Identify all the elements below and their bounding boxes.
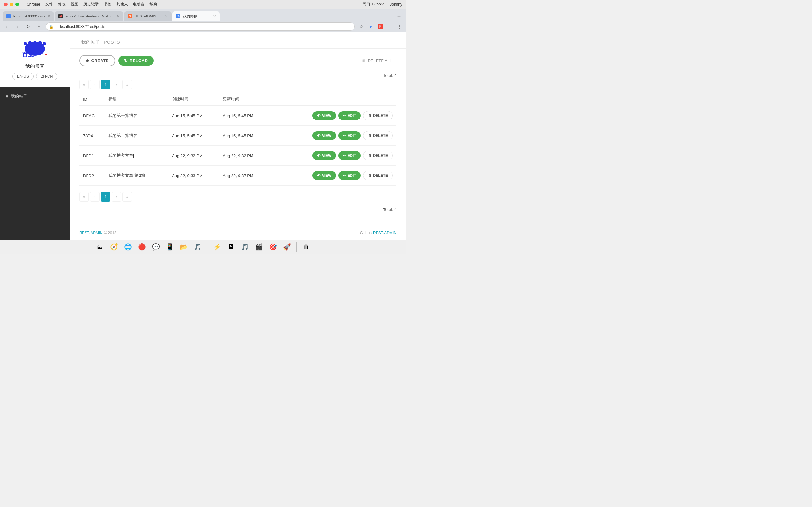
cell-id-0: DEAC [79,106,105,126]
reload-button-label: RELOAD [130,58,148,63]
table-row: 78D4 我的第二篇博客 Aug 15, 5:45 PM Aug 15, 5:4… [79,126,397,146]
edit-button-2[interactable]: ✏ EDIT [339,151,360,160]
edit-label-3: EDIT [347,173,356,178]
edit-label-2: EDIT [347,153,356,158]
view-button-1[interactable]: 👁 VIEW [312,131,336,140]
view-button-2[interactable]: 👁 VIEW [312,151,336,160]
tab-favicon-3: R [128,14,132,18]
mac-menu-window[interactable]: 电动窗 [133,2,144,7]
lang-en-us-button[interactable]: EN-US [12,72,34,80]
dock-trash[interactable]: 🗑 [300,241,312,252]
lang-zh-cn-button[interactable]: ZH-CN [36,72,57,80]
mac-menu-file[interactable]: 文件 [45,2,53,7]
page-prev-bottom[interactable]: ‹ [90,192,100,202]
footer-copyright: © 2018 [104,231,116,235]
maximize-traffic-light[interactable] [15,3,19,6]
col-header-actions [270,93,397,106]
reload-arrow-icon: ↻ [124,58,128,63]
delete-button-0[interactable]: 🗑 DELETE [363,111,393,120]
mac-menu-history[interactable]: 历史记录 [84,2,99,7]
tab-close-3[interactable]: × [165,14,168,19]
mac-menu-other[interactable]: 其他人 [116,2,128,7]
extension-1-icon[interactable]: ▼ [367,22,375,31]
view-button-3[interactable]: 👁 VIEW [312,171,336,180]
dock-safari[interactable]: 🧭 [108,241,119,252]
dock-terminal[interactable]: ⚡ [211,241,223,252]
delete-all-button[interactable]: 🗑 DELETE ALL [357,56,397,65]
home-button[interactable]: ⌂ [35,22,43,31]
edit-label-0: EDIT [347,113,356,118]
dock-app12[interactable]: 🎬 [253,241,264,252]
reload-button[interactable]: ↻ [24,22,32,31]
page-1-top[interactable]: 1 [101,80,110,89]
tab-close-2[interactable]: × [117,14,119,19]
tab-github[interactable]: 🐙 wxs77577/rest-admin: Restful... × [55,11,123,21]
extension-2-icon[interactable]: 🅿 [376,22,385,31]
page-title: 我的帖子 POSTS [79,39,397,45]
dock-music[interactable]: 🎵 [192,241,203,252]
view-label-0: VIEW [322,113,332,118]
svg-point-7 [45,54,47,55]
reload-button-main[interactable]: ↻ RELOAD [118,56,154,66]
cell-title-1: 我的第二篇博客 [105,126,168,146]
delete-button-1[interactable]: 🗑 DELETE [363,131,393,140]
edit-button-1[interactable]: ✏ EDIT [339,131,360,140]
edit-button-0[interactable]: ✏ EDIT [339,111,360,120]
dock-app4[interactable]: 🔴 [136,241,148,252]
close-traffic-light[interactable] [4,3,8,6]
minimize-traffic-light[interactable] [9,3,13,6]
page-next-top[interactable]: › [112,80,121,89]
page-first-bottom[interactable]: « [79,192,89,202]
page-prev-top[interactable]: ‹ [90,80,100,89]
forward-button[interactable]: › [13,22,21,31]
tab-close-1[interactable]: × [48,14,50,19]
page-first-top[interactable]: « [79,80,89,89]
back-button[interactable]: ‹ [3,22,11,31]
dock-messages[interactable]: 💬 [150,241,161,252]
chrome-menu-icon[interactable]: ⋮ [395,22,403,31]
dock-app10[interactable]: 🖥 [225,241,237,252]
dock-app6[interactable]: 📱 [164,241,175,252]
page-next-bottom[interactable]: › [112,192,121,202]
cell-created-3: Aug 22, 9:33 PM [168,166,219,186]
tab-favicon-1 [6,14,11,18]
create-button-label: CREATE [91,58,109,63]
mac-menu-help[interactable]: 帮助 [149,2,157,7]
sidebar-item-my-posts[interactable]: ≡ 我的帖子 [0,90,70,102]
delete-button-2[interactable]: 🗑 DELETE [363,151,393,160]
tab-favicon-2: 🐙 [58,14,63,18]
bookmark-icon[interactable]: ☆ [357,22,365,31]
footer-rest-admin-link[interactable]: REST-ADMIN [79,231,103,235]
edit-button-3[interactable]: ✏ EDIT [339,171,360,180]
cell-updated-2: Aug 22, 9:32 PM [219,146,270,166]
dock-finder[interactable]: 🗂 [94,241,106,252]
dock-files[interactable]: 📂 [178,241,189,252]
extension-3-icon[interactable]: ↓ [386,22,394,31]
footer-github-link[interactable]: REST-ADMIN [373,231,397,235]
page-last-top[interactable]: » [122,80,132,89]
tab-my-blog[interactable]: 博 我的博客 × [172,11,220,21]
mac-menu-view[interactable]: 视图 [71,2,78,7]
mac-menu-edit[interactable]: 修改 [58,2,66,7]
address-input-container[interactable]: 🔒 localhost:8083/#/rest/posts [46,22,355,31]
dock-app11[interactable]: 🎵 [239,241,251,252]
browser-content: 百度 我的博客 EN-US ZH-CN ≡ 我的帖子 我的帖子 POSTS [0,32,406,239]
page-1-bottom[interactable]: 1 [101,192,110,202]
view-label-2: VIEW [322,153,332,158]
dock-app14[interactable]: 🚀 [281,241,293,252]
edit-pencil-icon-1: ✏ [343,133,346,138]
delete-label-2: DELETE [373,153,388,158]
page-last-bottom[interactable]: » [122,192,132,202]
delete-button-3[interactable]: 🗑 DELETE [363,171,393,180]
tab-close-4[interactable]: × [213,14,216,19]
dock-app13[interactable]: 🎯 [267,241,278,252]
new-tab-button[interactable]: + [395,12,403,21]
mac-menu-bookmarks[interactable]: 书签 [104,2,111,7]
create-button[interactable]: ⊕ CREATE [79,55,115,66]
dock-chrome[interactable]: 🌐 [122,241,134,252]
tab-localhost[interactable]: localhost:3333/posts × [3,11,54,21]
toolbar-right: 🗑 DELETE ALL [357,56,397,65]
view-button-0[interactable]: 👁 VIEW [312,111,336,120]
tab-rest-admin[interactable]: R REST-ADMIN × [124,11,171,21]
cell-updated-1: Aug 15, 5:45 PM [219,126,270,146]
